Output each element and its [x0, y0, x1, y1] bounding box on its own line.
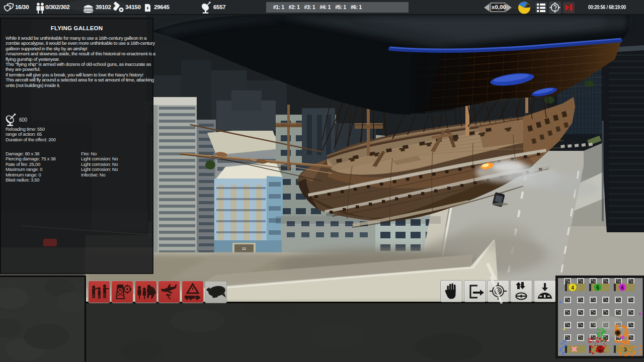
svg-text:6: 6 [621, 285, 624, 291]
svg-text:4: 4 [571, 285, 574, 291]
svg-text:11: 11 [242, 246, 247, 251]
svg-text:5: 5 [596, 285, 599, 291]
